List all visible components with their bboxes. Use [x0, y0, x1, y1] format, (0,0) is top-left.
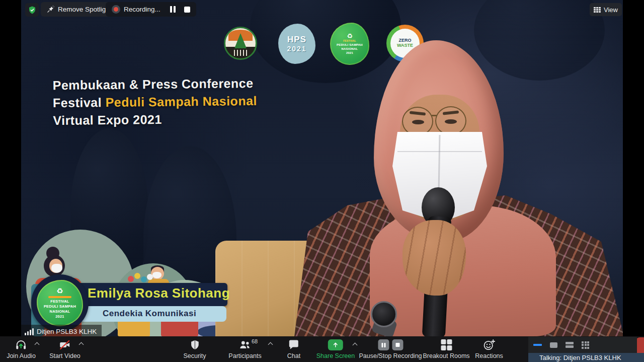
- recording-label: Recording...: [124, 6, 160, 13]
- participants-button[interactable]: 68 Participants: [228, 336, 261, 362]
- start-video-options-chevron[interactable]: [79, 342, 84, 346]
- participant-name-tag: Ditjen PSLB3 KLHK: [21, 325, 102, 336]
- shield-check-icon: [28, 6, 37, 15]
- minimize-strip-button[interactable]: [533, 344, 542, 346]
- talking-indicator-label: Talking: Ditjen PSLB3 KLHK: [539, 354, 621, 361]
- gallery-view-button[interactable]: [582, 341, 589, 349]
- pause-stop-recording-button[interactable]: Pause/Stop Recording: [359, 336, 422, 362]
- audio-signal-icon: [25, 328, 34, 335]
- security-label: Security: [183, 352, 206, 359]
- speaker-hand: [403, 220, 466, 296]
- pin-icon: [47, 6, 54, 13]
- stop-recording-button[interactable]: [184, 7, 190, 13]
- smartwatch: [371, 301, 397, 327]
- recycle-icon: ♻: [56, 287, 63, 296]
- badge-line: 2021: [55, 314, 64, 319]
- view-label: View: [604, 6, 618, 14]
- thumbnail-view-button[interactable]: [566, 342, 574, 348]
- chat-label: Chat: [287, 352, 300, 359]
- security-button[interactable]: Security: [183, 336, 206, 362]
- glasses-lens: [402, 107, 433, 136]
- glasses-bridge: [432, 115, 437, 116]
- share-screen-button[interactable]: Share Screen: [316, 336, 355, 362]
- start-video-button[interactable]: Start Video: [49, 336, 80, 362]
- pause-stop-recording-label: Pause/Stop Recording: [359, 352, 422, 359]
- event-badge-green-blob: ♻ FESTIVAL PEDULI SAMPAH NASIONAL 2021: [37, 280, 83, 326]
- breakout-rooms-icon: [441, 339, 452, 351]
- speaker-role: Cendekia Komunikasi: [103, 309, 196, 319]
- view-grid-icon: [594, 7, 601, 13]
- chat-bubble-icon: [288, 339, 300, 351]
- speaker-name: Emilya Rosa Sitohang: [88, 285, 230, 301]
- recording-indicator: Recording...: [106, 2, 196, 17]
- stop-icon[interactable]: [392, 339, 403, 350]
- participants-options-chevron[interactable]: [268, 342, 273, 346]
- reactions-label: Reactions: [475, 352, 503, 359]
- badge-line: NASIONAL: [50, 309, 70, 314]
- glasses-lens: [435, 106, 466, 135]
- share-screen-options-chevron[interactable]: [353, 342, 357, 347]
- lower-third-event-badge: ♻ FESTIVAL PEDULI SAMPAH NASIONAL 2021: [31, 274, 89, 332]
- join-audio-button[interactable]: Join Audio: [7, 336, 36, 362]
- remove-spotlight-label: Remove Spotlight: [58, 6, 112, 13]
- breakout-rooms-button[interactable]: Breakout Rooms: [423, 336, 469, 362]
- badge-line: FESTIVAL: [50, 299, 69, 304]
- join-audio-options-chevron[interactable]: [35, 342, 39, 346]
- pause-stop-icons: [378, 339, 403, 351]
- security-shield-icon: [189, 339, 200, 351]
- share-screen-icon: [328, 339, 343, 351]
- recording-dot-icon: [112, 5, 120, 14]
- breakout-rooms-label: Breakout Rooms: [423, 352, 469, 359]
- join-audio-label: Join Audio: [7, 352, 36, 359]
- camera-off-icon: [58, 339, 71, 351]
- face-mask-seam: [397, 151, 482, 152]
- chat-button[interactable]: Chat: [287, 336, 300, 362]
- reactions-button[interactable]: Reactions: [475, 336, 503, 362]
- pause-recording-button[interactable]: [170, 6, 176, 13]
- talking-indicator-bar: Talking: Ditjen PSLB3 KLHK: [528, 353, 644, 362]
- view-button[interactable]: View: [590, 3, 622, 16]
- start-video-label: Start Video: [49, 352, 80, 359]
- badge-line: PEDULI SAMPAH: [44, 304, 76, 309]
- speaker-view-button[interactable]: [550, 342, 557, 348]
- participants-label: Participants: [228, 352, 261, 359]
- speaker-video-tile: HPS 2021 ♻ FESTIVAL PEDULI SAMPAH NASION…: [21, 0, 623, 336]
- participants-icon: 68: [238, 339, 252, 351]
- share-screen-label: Share Screen: [316, 352, 355, 359]
- badge-tagline-bar: [48, 296, 71, 298]
- reactions-smiley-icon: [482, 339, 496, 351]
- participants-count-badge: 68: [252, 338, 258, 344]
- zoom-meeting-window: HPS 2021 ♻ FESTIVAL PEDULI SAMPAH NASION…: [0, 0, 644, 362]
- video-strip-controls: [528, 337, 637, 353]
- pause-icon[interactable]: [378, 339, 389, 350]
- participant-name-label: Ditjen PSLB3 KLHK: [37, 328, 97, 335]
- headset-icon: [15, 339, 28, 351]
- encryption-shield-button[interactable]: [25, 3, 39, 17]
